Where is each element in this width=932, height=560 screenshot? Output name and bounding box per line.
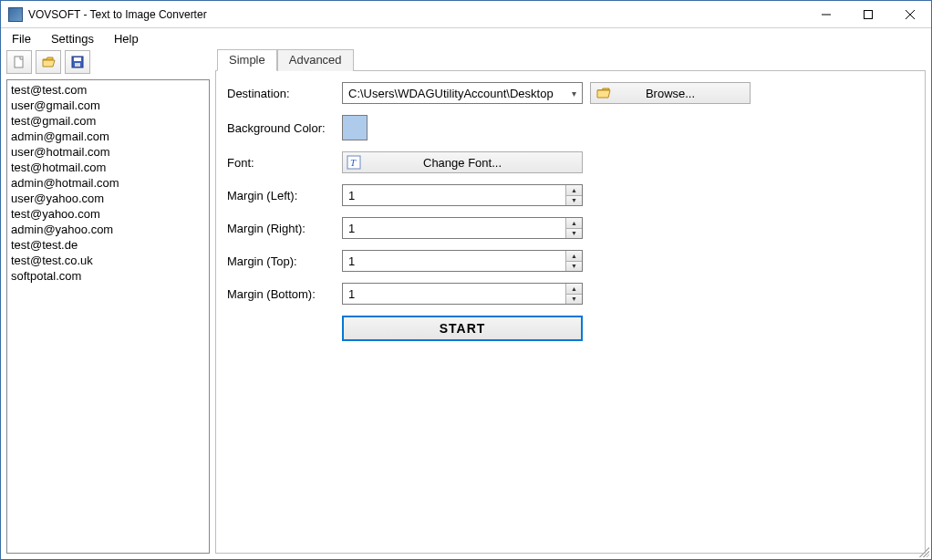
destination-value: C:\Users\WDAGUtilityAccount\Desktop: [343, 87, 565, 100]
font-icon: T: [347, 155, 361, 170]
browse-button[interactable]: Browse...: [590, 82, 751, 104]
font-label: Font:: [227, 156, 342, 170]
spinner-buttons: ▲ ▼: [565, 218, 582, 238]
spinner-down-icon[interactable]: ▼: [566, 295, 582, 305]
spinner-up-icon[interactable]: ▲: [566, 284, 582, 295]
margin-bottom-label: Margin (Bottom):: [227, 287, 342, 301]
resize-grip[interactable]: [916, 544, 929, 557]
change-font-label: Change Font...: [423, 156, 502, 170]
list-item[interactable]: test@gmail.com: [11, 113, 205, 129]
spinner-up-icon[interactable]: ▲: [566, 185, 582, 196]
chevron-down-icon: ▾: [565, 88, 582, 99]
margin-left-input[interactable]: [343, 185, 565, 205]
margin-left-label: Margin (Left):: [227, 189, 342, 202]
margin-right-spinner[interactable]: ▲ ▼: [342, 217, 583, 239]
margin-top-input[interactable]: [343, 251, 565, 271]
spinner-up-icon[interactable]: ▲: [566, 251, 582, 262]
spinner-buttons: ▲ ▼: [565, 185, 582, 205]
spinner-down-icon[interactable]: ▼: [566, 262, 582, 272]
text-list[interactable]: test@test.comuser@gmail.comtest@gmail.co…: [6, 79, 210, 554]
start-label: START: [440, 321, 486, 336]
spinner-down-icon[interactable]: ▼: [566, 229, 582, 239]
close-icon: [906, 10, 915, 19]
margin-left-spinner[interactable]: ▲ ▼: [342, 184, 583, 206]
minimize-icon: [822, 10, 831, 19]
spinner-buttons: ▲ ▼: [565, 251, 582, 271]
bgcolor-label: Background Color:: [227, 121, 342, 135]
start-button[interactable]: START: [342, 316, 583, 341]
list-item[interactable]: test@test.co.uk: [11, 253, 205, 268]
folder-icon: [596, 87, 611, 99]
svg-rect-4: [15, 57, 23, 67]
maximize-icon: [864, 10, 873, 19]
new-file-icon: [12, 55, 26, 69]
app-window: VOVSOFT - Text to Image Converter File S…: [0, 0, 932, 560]
browse-label: Browse...: [646, 87, 695, 100]
destination-combo[interactable]: C:\Users\WDAGUtilityAccount\Desktop ▾: [342, 82, 583, 104]
bgcolor-swatch[interactable]: [342, 115, 368, 140]
right-panel: Simple Advanced Destination: C:\Users\WD…: [215, 48, 926, 554]
tabs: Simple Advanced: [217, 48, 926, 70]
list-item[interactable]: user@hotmail.com: [11, 144, 205, 160]
list-item[interactable]: softpotal.com: [11, 268, 205, 284]
margin-right-label: Margin (Right):: [227, 222, 342, 235]
save-button[interactable]: [65, 50, 90, 74]
list-item[interactable]: test@test.de: [11, 237, 205, 253]
tab-simple[interactable]: Simple: [217, 49, 277, 71]
new-button[interactable]: [6, 50, 32, 74]
svg-rect-6: [74, 57, 81, 61]
svg-rect-7: [75, 63, 80, 67]
list-item[interactable]: test@hotmail.com: [11, 160, 205, 175]
spinner-buttons: ▲ ▼: [565, 284, 582, 304]
change-font-button[interactable]: T Change Font...: [342, 151, 583, 173]
toolbar: [6, 48, 210, 76]
list-item[interactable]: test@yahoo.com: [11, 206, 205, 222]
margin-right-input[interactable]: [343, 218, 565, 238]
spinner-down-icon[interactable]: ▼: [566, 196, 582, 206]
list-item[interactable]: admin@hotmail.com: [11, 175, 205, 191]
spinner-up-icon[interactable]: ▲: [566, 218, 582, 229]
margin-top-label: Margin (Top):: [227, 254, 342, 268]
open-button[interactable]: [36, 50, 61, 74]
save-icon: [70, 55, 85, 69]
open-folder-icon: [41, 55, 56, 69]
left-panel: test@test.comuser@gmail.comtest@gmail.co…: [6, 48, 210, 554]
list-item[interactable]: admin@yahoo.com: [11, 222, 205, 237]
list-item[interactable]: admin@gmail.com: [11, 129, 205, 144]
destination-label: Destination:: [227, 87, 342, 100]
margin-bottom-input[interactable]: [343, 284, 565, 304]
list-item[interactable]: user@gmail.com: [11, 98, 205, 113]
tab-advanced[interactable]: Advanced: [277, 49, 354, 71]
svg-rect-1: [865, 10, 873, 18]
list-item[interactable]: test@test.com: [11, 82, 205, 98]
tab-content-simple: Destination: C:\Users\WDAGUtilityAccount…: [215, 70, 926, 554]
svg-text:T: T: [350, 157, 357, 168]
margin-bottom-spinner[interactable]: ▲ ▼: [342, 283, 583, 305]
body: test@test.comuser@gmail.comtest@gmail.co…: [1, 19, 931, 559]
margin-top-spinner[interactable]: ▲ ▼: [342, 250, 583, 272]
list-item[interactable]: user@yahoo.com: [11, 191, 205, 206]
